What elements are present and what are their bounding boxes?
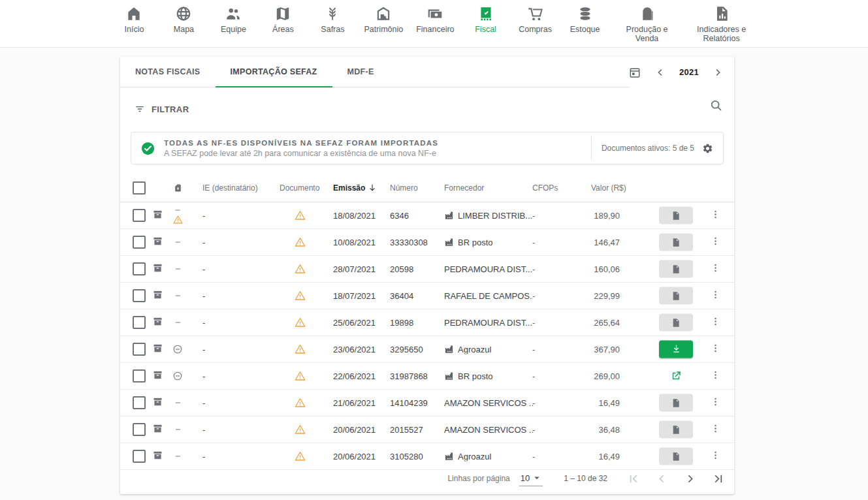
row-checkbox[interactable]	[133, 423, 146, 436]
nav-item-fiscal[interactable]: Fiscal	[468, 5, 504, 34]
cell-action	[658, 370, 694, 382]
document-warning-icon	[295, 237, 306, 248]
tab-importacao-sefaz[interactable]: IMPORTAÇÃO SEFAZ	[216, 57, 332, 87]
document-file-button[interactable]	[659, 287, 693, 305]
archive-icon[interactable]	[152, 236, 163, 247]
row-menu-button[interactable]	[710, 423, 721, 436]
header-ie: IE (destinatário)	[202, 183, 258, 193]
row-checkbox[interactable]	[133, 289, 146, 302]
nav-item-mapa[interactable]: Mapa	[165, 5, 202, 34]
kebab-icon	[710, 396, 721, 407]
nav-item-patrimonio[interactable]: Patrimônio	[364, 5, 403, 34]
archive-icon[interactable]	[152, 289, 163, 300]
row-checkbox[interactable]	[133, 343, 146, 356]
cell-action	[658, 287, 694, 305]
archive-icon[interactable]	[152, 316, 163, 327]
nav-item-inicio[interactable]: Início	[116, 5, 152, 34]
document-file-button[interactable]	[659, 314, 693, 332]
row-menu-button[interactable]	[710, 396, 721, 409]
row-menu-button[interactable]	[710, 316, 721, 329]
archive-icon[interactable]	[152, 369, 163, 381]
calendar-icon[interactable]	[628, 66, 641, 79]
filter-icon	[134, 103, 146, 115]
row-menu-button[interactable]	[710, 262, 721, 275]
next-page-button[interactable]	[683, 472, 697, 486]
document-warning-icon	[295, 210, 306, 221]
header-emissao[interactable]: Emissão	[333, 183, 377, 193]
archive-icon[interactable]	[152, 209, 163, 220]
cell-cfops: -	[532, 371, 535, 381]
document-warning-icon	[295, 451, 306, 462]
nav-item-safras[interactable]: Safras	[314, 5, 351, 34]
row-checkbox[interactable]	[133, 209, 146, 222]
row-menu-button[interactable]	[710, 289, 721, 302]
nav-item-financeiro[interactable]: Financeiro	[416, 5, 454, 34]
row-menu-button[interactable]	[710, 450, 721, 463]
previous-page-button[interactable]	[655, 472, 669, 486]
cell-fornecedor: LIMBER DISTRIB...	[444, 211, 533, 221]
cell-valor: 269,00	[538, 371, 620, 381]
nav-item-areas[interactable]: Áreas	[265, 5, 301, 34]
archive-icon[interactable]	[152, 343, 163, 354]
select-all-checkbox[interactable]	[133, 181, 146, 195]
next-year-button[interactable]	[712, 67, 724, 78]
row-checkbox[interactable]	[133, 369, 146, 383]
document-file-button[interactable]	[659, 234, 693, 251]
row-checkbox[interactable]	[133, 450, 146, 463]
nav-item-indicadores[interactable]: Indicadores e Relatórios	[691, 5, 752, 44]
nav-item-producao-venda[interactable]: Produção e Venda	[617, 5, 678, 44]
tab-notas-fiscais[interactable]: NOTAS FISCAIS	[120, 57, 216, 87]
gear-icon[interactable]	[702, 143, 713, 154]
document-warning-icon	[295, 317, 306, 328]
nav-item-equipe[interactable]: Equipe	[215, 5, 251, 34]
last-page-button[interactable]	[711, 472, 725, 486]
row-checkbox[interactable]	[133, 396, 146, 409]
file-icon	[671, 398, 681, 408]
tab-mdf-e[interactable]: MDF-E	[332, 57, 389, 87]
document-file-button[interactable]	[659, 207, 693, 225]
archive-icon[interactable]	[152, 450, 163, 461]
download-xml-button[interactable]	[659, 341, 693, 358]
file-icon	[671, 451, 681, 461]
document-file-button[interactable]	[659, 421, 693, 439]
banner-title: TODAS AS NF-ES DISPONÍVEIS NA SEFAZ FORA…	[164, 139, 591, 147]
table-row: -23/06/20213295650Agroazul-367,90	[120, 336, 734, 363]
report-icon	[713, 5, 730, 22]
row-menu-button[interactable]	[710, 343, 721, 356]
document-file-button[interactable]	[659, 394, 693, 412]
row-checkbox[interactable]	[133, 236, 146, 249]
cell-action	[658, 207, 694, 225]
receipt-icon	[477, 5, 494, 22]
previous-year-button[interactable]	[654, 67, 666, 78]
document-warning-icon	[295, 371, 306, 382]
open-document-link[interactable]	[670, 370, 682, 382]
archive-icon[interactable]	[152, 396, 163, 407]
row-menu-button[interactable]	[710, 209, 721, 222]
row-checkbox[interactable]	[133, 316, 146, 329]
fornecedor-name: BR posto	[458, 238, 492, 247]
document-file-button[interactable]	[659, 260, 693, 278]
cell-numero: 3105280	[390, 452, 423, 461]
minus-circle-icon	[172, 371, 183, 381]
archive-icon[interactable]	[152, 423, 163, 434]
rows-per-page-select[interactable]: 10	[519, 471, 543, 486]
archive-icon[interactable]	[152, 262, 163, 273]
row-menu-button[interactable]	[710, 369, 721, 383]
file-icon	[671, 264, 681, 274]
nav-item-compras[interactable]: Compras	[517, 5, 554, 34]
kebab-icon	[710, 423, 721, 434]
cell-emissao: 25/06/2021	[333, 318, 376, 328]
filter-button[interactable]: FILTRAR	[134, 103, 189, 115]
cell-fornecedor: Agroazul	[444, 345, 533, 354]
header-fornecedor: Fornecedor	[444, 183, 533, 193]
nav-item-label: Compras	[519, 25, 552, 34]
first-page-button[interactable]	[627, 472, 641, 486]
header-valor: Valor (R$)	[591, 183, 626, 193]
top-navigation: InícioMapaEquipeÁreasSafrasPatrimônioFin…	[0, 0, 868, 48]
tab-label: IMPORTAÇÃO SEFAZ	[231, 67, 317, 76]
search-icon[interactable]	[709, 99, 723, 112]
cell-ie: -	[202, 211, 205, 221]
row-menu-button[interactable]	[710, 236, 721, 249]
row-checkbox[interactable]	[133, 262, 146, 275]
nav-item-estoque[interactable]: Estoque	[567, 5, 603, 34]
